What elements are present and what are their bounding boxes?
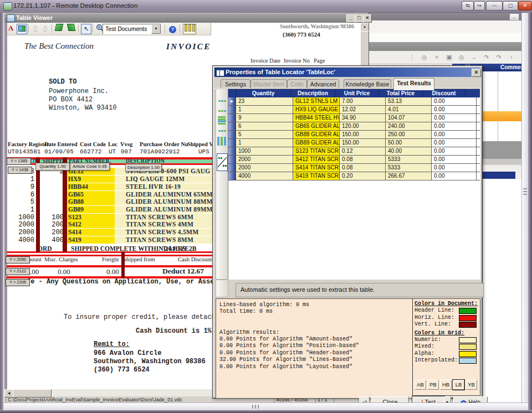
charge-header: Freight xyxy=(102,256,119,262)
info-header: Date Entered xyxy=(44,141,78,147)
close-icon[interactable]: × xyxy=(363,14,372,23)
maximize-icon[interactable]: ▢ xyxy=(503,1,518,11)
page-header: Page xyxy=(314,58,325,64)
info-value: UT xyxy=(109,148,116,155)
grid-header-description: Description xyxy=(291,89,335,97)
invoice-company-logo: The Best Connection xyxy=(24,42,94,51)
legend-doc-title: Colors in Document: xyxy=(415,301,480,307)
minimize-icon[interactable]: _ xyxy=(346,14,355,23)
remit-line: (360) 773 6524 xyxy=(94,366,150,374)
grid-row[interactable]: 9HBB44 STEEL HVR34.90104.070.00 xyxy=(228,114,480,122)
minimize-icon[interactable]: _ xyxy=(509,13,519,20)
grid-row[interactable]: 2000S412 TITAN SCRE0.0853330.00 xyxy=(228,156,480,164)
table-viewer-icon xyxy=(7,14,15,22)
algorithm-ab-button[interactable]: AB xyxy=(415,380,426,390)
redo-icon[interactable]: ↷ xyxy=(482,53,491,61)
invoice-doc-title: INVOICE xyxy=(166,42,211,51)
y-position-chip: Y = 2205 xyxy=(6,279,30,286)
y-position-chip: Y = 2050 xyxy=(6,256,30,264)
y-position-chip: Y = 1385 xyxy=(7,158,31,165)
dialog-titlebar[interactable]: Properties of Table Locator 'TableLoc' × xyxy=(214,68,480,77)
log-line: 0.00 Points for Algorithm "Layout-based" xyxy=(219,364,416,370)
arrow-right-icon[interactable]: → xyxy=(469,53,478,61)
table-viewer-titlebar[interactable]: Table Viewer _ □ × xyxy=(4,13,368,23)
log-line: 32.00 Points for Algorithm "Lines-Based" xyxy=(219,357,416,363)
scroll-left-icon[interactable]: ◀ xyxy=(4,389,13,397)
grid-row[interactable]: 1GB89 GLIDER ALU150.0050.000.00 xyxy=(228,139,480,147)
window-icon[interactable]: ▣ xyxy=(444,53,453,61)
log-line xyxy=(219,316,416,322)
grid-header-row: Quantity Description Unit Price Total Pr… xyxy=(228,89,480,97)
scroll-up-icon[interactable]: ▲ xyxy=(360,23,369,32)
remit-line: Southworth, Washington 98386 xyxy=(94,358,206,365)
extracted-table-grid[interactable]: Quantity Description Unit Price Total Pr… xyxy=(228,89,480,280)
redo2-icon[interactable]: ↷ xyxy=(494,53,503,61)
dialog-tabs: Settings Master Item Cells Advanced Know… xyxy=(216,78,479,89)
legend-item: Header Line: xyxy=(413,307,480,314)
legend-item: Mixed: xyxy=(413,343,480,350)
column-score-tooltip: Article Code 0.95 xyxy=(70,163,110,171)
info-header: Vvsg xyxy=(120,141,132,147)
legend-item: Numeric: xyxy=(413,337,480,344)
rdp-title: 172.21.1.107 - Remote Desktop Connection xyxy=(13,2,137,9)
legend-item: Horiz. Line: xyxy=(413,314,480,322)
legend-item: Alpha: xyxy=(413,350,480,358)
vertical-lines-view-icon[interactable] xyxy=(217,135,227,151)
remit-line: 966 Avalon Circle xyxy=(94,349,161,357)
header-line-swatch xyxy=(459,308,477,314)
minimize-icon[interactable]: — xyxy=(486,1,503,11)
dialog-body: Quantity Description Unit Price Total Pr… xyxy=(214,89,480,396)
close-icon[interactable]: ✕ xyxy=(518,1,532,11)
invoice-date-header: Invoice Date xyxy=(250,58,280,64)
find-next-icon[interactable]: ◎ xyxy=(457,53,466,61)
move-up-icon[interactable]: ↑ xyxy=(507,53,516,61)
tab-test-results[interactable]: Test Results xyxy=(393,78,434,90)
hscroll-thumb[interactable] xyxy=(13,389,52,397)
horizontal-lines-view-icon[interactable] xyxy=(217,113,227,130)
log-line: 0.00 Points for Algorithm "Position-base… xyxy=(219,343,416,349)
delete-icon[interactable]: × xyxy=(432,53,441,61)
algorithm-pb-button[interactable]: PB xyxy=(427,380,439,390)
grid-header-discount: Discount xyxy=(423,89,466,97)
rdp-hscrollbar[interactable] xyxy=(3,402,528,410)
rdp-pin-button[interactable]: ⇆ xyxy=(462,1,474,11)
colors-legend: Colors in Document: Header Line: Horiz. … xyxy=(412,298,480,396)
log-line: 0.00 Points for Algorithm "Header-based" xyxy=(219,350,416,357)
grid-row[interactable]: 2000S414 TITAN SCRE0.0853330.00 xyxy=(228,164,480,172)
cells-view-icon[interactable] xyxy=(217,92,227,109)
grid-row[interactable]: 5GB88 GLIDER ALU150.00250.000.00 xyxy=(228,131,480,139)
remit-label: Remit to: xyxy=(94,340,130,348)
maximize-icon[interactable]: □ xyxy=(355,14,364,23)
column-score-tooltip: Description 1.00 xyxy=(125,164,162,172)
diagonal-grid-view-icon[interactable] xyxy=(217,153,228,171)
horiz-line-swatch xyxy=(459,315,477,321)
grid-row[interactable]: 1000S123 TITAN SCRE0.1240.000.00 xyxy=(228,147,480,156)
grid-row[interactable]: 1HX9 LIQ GAUGE 1212.024.010.00 xyxy=(228,106,480,114)
grid-row[interactable]: ▶23GL12 STNLS LM 0 -7.0053.130.00 xyxy=(228,97,480,106)
legend-item: Vert. Line: xyxy=(413,321,480,328)
charge-value: .00 xyxy=(30,267,39,276)
legend-item: Interpolated: xyxy=(413,357,480,364)
side-col-comment: Commen xyxy=(500,64,524,70)
algorithm-yb-button[interactable]: YB xyxy=(466,380,477,390)
algorithm-log: Lines-based algorithm: 0 ms Total time: … xyxy=(216,298,417,399)
log-line: Algorithm results: xyxy=(219,329,416,336)
close-icon[interactable]: × xyxy=(472,69,481,77)
vertical-line-marker xyxy=(36,157,40,252)
charge-header: Cash Discount - xyxy=(178,256,216,262)
algorithm-hb-button[interactable]: HB xyxy=(440,380,452,390)
log-line: Lines-based algorithm: 0 ms xyxy=(219,302,416,308)
questions-line: fe - Any Questions on Application, Use, … xyxy=(27,278,230,286)
numeric-swatch xyxy=(459,337,477,343)
rdp-titlebar[interactable]: 172.21.1.107 - Remote Desktop Connection xyxy=(0,0,532,13)
grid-row[interactable]: 6GB65 GLIDER ALU120.00240.000.00 xyxy=(228,122,480,131)
dialog-title: Properties of Table Locator 'TableLoc' xyxy=(226,69,335,75)
grid-header-total-price: Total Price xyxy=(379,89,423,97)
background-toolbar: ⋮ ◎ × ▣ ◎ → ↷ ↷ ↑ ↓ xyxy=(369,51,532,64)
rdp-detach-button[interactable]: ↪ xyxy=(474,1,485,11)
log-line xyxy=(219,322,416,329)
find-icon[interactable]: ◎ xyxy=(420,53,428,61)
table-viewer-title: Table Viewer xyxy=(16,14,53,21)
algorithm-lb-button[interactable]: LB xyxy=(453,380,464,390)
grid-row[interactable]: 4000S419 TITAN SCRE0.20266.670.00 xyxy=(228,172,480,180)
